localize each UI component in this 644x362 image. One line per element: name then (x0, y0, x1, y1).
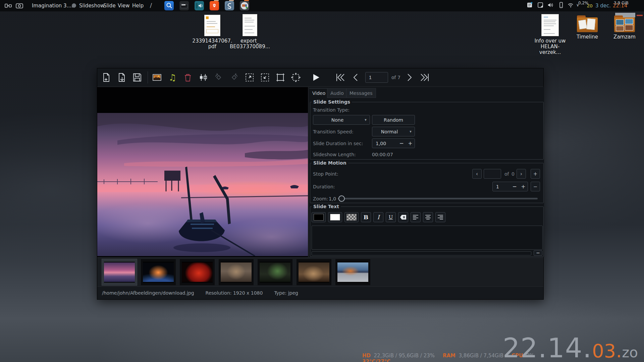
last-slide-button[interactable] (419, 72, 431, 83)
imagination-window: ♫ (97, 68, 544, 300)
slide-number-input[interactable] (365, 72, 388, 83)
desktop-icon-export[interactable]: export_ BE037370089... (230, 14, 270, 50)
font-color-swatch-transparent[interactable] (344, 212, 359, 222)
clock-weekday: zo (622, 344, 638, 361)
collapse-pane-button[interactable]: − (534, 250, 542, 256)
thumbnail-mountain-lake[interactable] (335, 259, 370, 285)
rotate-right-button-disabled[interactable] (228, 72, 240, 83)
notes-tray-icon[interactable] (526, 1, 533, 9)
underline-button[interactable]: U (386, 212, 396, 222)
thumbnail-earth-from-space[interactable] (141, 259, 176, 285)
slide-text-toolbar: B I U (312, 212, 448, 222)
volume-tray-icon[interactable] (547, 1, 554, 9)
menu-view[interactable]: View (118, 3, 130, 9)
rotate-left-button-disabled[interactable] (213, 72, 224, 83)
decrement-button[interactable]: − (510, 183, 519, 190)
chevron-down-icon: ▾ (407, 129, 415, 134)
temperature-value: 32°C/27°C (362, 359, 390, 362)
thumbnail-green-headdress-woman[interactable] (258, 259, 292, 285)
hd-label: HD (362, 353, 371, 359)
tab-messages[interactable]: Messages (346, 88, 376, 98)
increment-button[interactable]: + (519, 183, 528, 190)
transition-type-select[interactable]: None ▾ (313, 115, 370, 125)
import-pictures-button[interactable] (151, 72, 163, 83)
motion-duration-spinner[interactable]: 1 − + (492, 182, 528, 191)
increment-button[interactable]: + (406, 140, 415, 146)
random-transition-button[interactable]: Random (372, 115, 415, 125)
italic-button[interactable]: I (373, 212, 383, 222)
thumbnail-red-flamingo[interactable] (180, 259, 215, 285)
delete-slide-button[interactable] (182, 72, 194, 83)
add-stop-point-button[interactable]: + (531, 169, 540, 179)
transition-speed-select[interactable]: Normal ▾ (372, 127, 415, 136)
brave-browser-icon[interactable] (210, 1, 219, 10)
font-color-swatch-white[interactable] (328, 212, 342, 222)
transition-speed-label: Transition Speed: (313, 129, 354, 134)
stop-point-of-label: of (504, 171, 509, 177)
slide-count-label: of 7 (391, 75, 400, 80)
stop-point-next-button[interactable]: › (517, 169, 526, 179)
slideshow-length-label: Slideshow Length: (313, 152, 356, 157)
font-color-swatch-black[interactable] (312, 212, 326, 222)
zoom-out-button[interactable] (259, 72, 271, 83)
desktop-icon-timeline[interactable]: Timeline (567, 15, 607, 40)
ram-small-readout: 3,9 GiB (614, 1, 629, 5)
wifi-tray-icon[interactable] (567, 1, 574, 9)
tab-audio[interactable]: Audio (327, 88, 347, 98)
decrement-button[interactable]: − (397, 140, 406, 146)
zoom-slider-track[interactable] (338, 198, 538, 199)
thumbnail-crouching-figure[interactable] (297, 259, 331, 285)
desktop-icon-pdf[interactable]: 233914347067. pdf (192, 15, 232, 50)
tab-video[interactable]: Video (309, 88, 328, 98)
menu-help[interactable]: Help (132, 3, 144, 9)
zoom-slider-handle[interactable] (338, 195, 345, 202)
slide-duration-spinner[interactable]: 1,00 − + (372, 138, 415, 148)
new-slideshow-button[interactable] (101, 72, 112, 83)
chevron-down-icon: ▾ (362, 118, 370, 122)
clock-date[interactable]: 3 dec. (595, 3, 611, 9)
search-app-icon[interactable] (164, 1, 174, 10)
clock-seconds: 03. (592, 340, 622, 362)
zoom-in-button[interactable] (244, 72, 255, 83)
align-right-icon[interactable] (435, 212, 445, 222)
menu-slideshow[interactable]: Slideshow (79, 3, 104, 9)
open-slideshow-button[interactable] (116, 72, 127, 83)
stop-point-prev-button[interactable]: ‹ (472, 169, 482, 179)
bold-button[interactable]: B (361, 212, 371, 222)
align-center-icon[interactable] (423, 212, 433, 222)
stop-point-input[interactable] (484, 169, 501, 179)
slide-photo-boat-sunset (97, 113, 308, 256)
preview-play-button[interactable] (310, 72, 322, 83)
normal-size-button[interactable] (275, 72, 286, 83)
flip-horizontally-button[interactable] (198, 72, 209, 83)
folder-icon (577, 15, 598, 32)
s-app-icon[interactable] (225, 1, 234, 10)
import-music-button[interactable]: ♫ (167, 72, 178, 83)
app-title[interactable]: Imagination 3.... (32, 3, 73, 9)
phone-tray-icon[interactable] (557, 1, 565, 9)
fit-to-window-button[interactable] (290, 72, 302, 83)
previous-slide-button[interactable] (350, 72, 361, 83)
slide-preview-pane[interactable] (97, 87, 308, 257)
menu-slide[interactable]: Slide (103, 3, 116, 9)
thumbnail-boat-sunset-selected[interactable] (102, 259, 137, 285)
app-status-dot (72, 3, 76, 8)
align-left-icon[interactable] (411, 212, 421, 222)
desktop-icon-helan[interactable]: Info over uw HELAN-verzek... (530, 14, 570, 55)
screenshot-icon[interactable] (15, 1, 24, 10)
desktop-icon-zamzam[interactable]: Zamzam (604, 15, 644, 40)
imagination-app-icon-active[interactable] (240, 1, 249, 10)
slide-text-group: Slide Text B I U (310, 206, 544, 257)
clear-text-icon[interactable] (398, 212, 408, 222)
next-slide-button[interactable] (404, 72, 415, 83)
workspace-switcher-icon[interactable] (4, 1, 13, 10)
save-slideshow-button[interactable] (131, 72, 143, 83)
volume-control-app-icon[interactable] (195, 1, 204, 10)
thumbnail-old-woman-portrait[interactable] (219, 259, 254, 285)
motion-duration-label: Duration: (313, 184, 335, 189)
first-slide-button[interactable] (334, 72, 346, 83)
slide-text-textarea[interactable] (312, 226, 543, 250)
file-manager-icon[interactable] (179, 1, 189, 10)
display-tray-icon[interactable] (537, 1, 544, 9)
remove-stop-point-button[interactable]: − (531, 182, 540, 191)
